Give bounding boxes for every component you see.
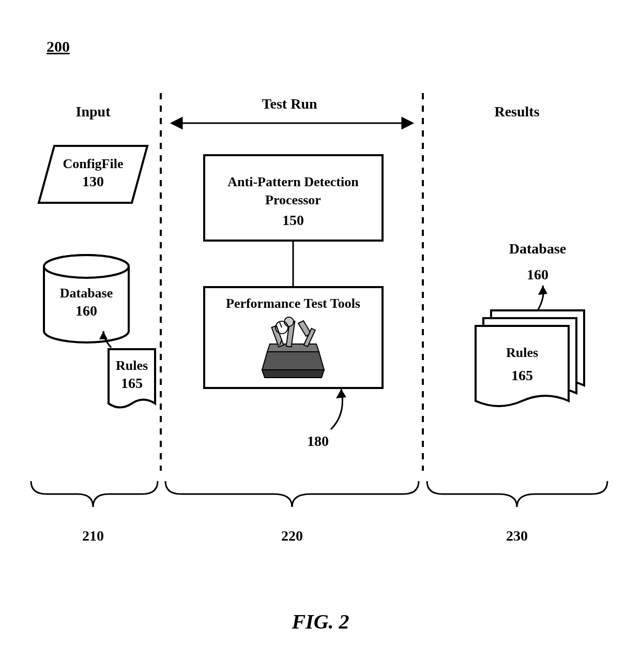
section-title-input: Input (76, 103, 111, 120)
svg-marker-17 (538, 286, 547, 295)
svg-marker-1 (172, 118, 182, 128)
brace-results-ref: 230 (506, 528, 528, 544)
brace-input-ref: 210 (82, 528, 104, 544)
rules-right-stack: Rules 165 (476, 310, 584, 406)
svg-point-5 (44, 255, 129, 278)
rules-right-label: Rules (506, 345, 538, 360)
perf-tools-ref: 180 (307, 433, 329, 449)
rules-left-shape: Rules 165 (109, 349, 155, 408)
perf-tools-box: Performance Test Tools (204, 287, 383, 388)
svg-marker-2 (402, 118, 413, 128)
database-left-label: Database (60, 286, 113, 301)
svg-marker-16 (336, 389, 346, 398)
svg-marker-9 (262, 352, 324, 370)
brace-testrun (165, 481, 419, 507)
database-left-ref: 160 (75, 303, 97, 319)
figure-caption: FIG. 2 (291, 610, 349, 633)
perf-tools-label: Performance Test Tools (226, 296, 360, 311)
section-title-results: Results (494, 103, 539, 120)
database-left-shape: Database 160 (44, 255, 129, 342)
rules-left-ref: 165 (121, 375, 143, 391)
rules-right-ref: 165 (511, 367, 533, 383)
rules-left-label: Rules (116, 358, 148, 373)
brace-results (427, 481, 607, 507)
brace-testrun-ref: 220 (281, 528, 303, 544)
anti-pattern-box: Anti-Pattern Detection Processor 150 (204, 155, 383, 241)
config-file-shape: ConfigFile 130 (39, 146, 147, 203)
perf-tools-callout (331, 389, 346, 429)
config-file-label: ConfigFile (63, 156, 124, 171)
page-ref: 200 (47, 38, 70, 55)
config-file-ref: 130 (82, 173, 104, 189)
svg-point-14 (284, 317, 294, 326)
diagram-canvas: 200 Input Test Run Results ConfigFile 13… (0, 0, 641, 672)
anti-pattern-line1: Anti-Pattern Detection (227, 174, 359, 189)
section-title-testrun: Test Run (262, 96, 317, 112)
database-right-label: Database (509, 241, 566, 257)
anti-pattern-ref: 150 (282, 212, 304, 228)
testrun-span-arrow (172, 118, 413, 128)
database-right-ref: 160 (527, 266, 548, 282)
brace-input (31, 481, 158, 507)
rules-right-callout (538, 286, 547, 310)
anti-pattern-line2: Processor (265, 192, 321, 207)
svg-marker-10 (262, 370, 324, 378)
svg-marker-11 (267, 344, 319, 352)
